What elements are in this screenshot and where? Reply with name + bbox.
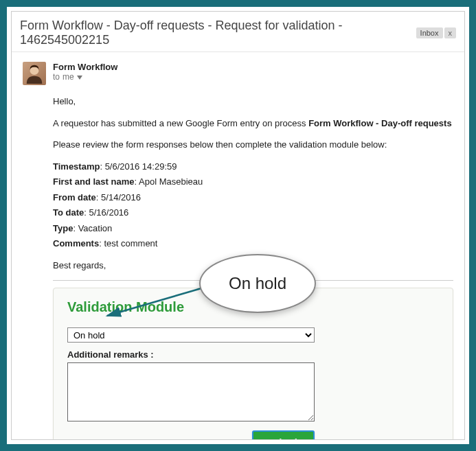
to-prefix: to bbox=[53, 72, 60, 82]
inbox-tag[interactable]: Inbox bbox=[416, 27, 443, 38]
intro-bold: Form Workflow - Day-off requests bbox=[308, 118, 452, 128]
remarks-textarea[interactable] bbox=[67, 362, 315, 421]
resp-label: Type bbox=[53, 223, 73, 233]
sender-row: Form Workflow to me bbox=[23, 62, 453, 85]
resp-value: 5/6/2016 14:29:59 bbox=[105, 161, 177, 172]
email-body: Form Workflow to me Hello, A requestor h… bbox=[12, 52, 464, 440]
recipient-line[interactable]: to me bbox=[53, 72, 453, 82]
resp-label: Timestamp bbox=[53, 161, 100, 172]
resp-value: Vacation bbox=[78, 223, 113, 233]
intro-pre: A requestor has submitted a new Google F… bbox=[53, 118, 308, 128]
submit-button[interactable]: Submit bbox=[252, 430, 315, 440]
resp-label: From date bbox=[53, 192, 96, 203]
window-frame: Form Workflow - Day-off requests - Reque… bbox=[0, 0, 476, 451]
signoff-text: Best regards, bbox=[53, 259, 453, 273]
message-content: Hello, A requestor has submitted a new G… bbox=[53, 95, 453, 281]
email-subject: Form Workflow - Day-off requests - Reque… bbox=[20, 19, 412, 47]
resp-timestamp: Timestamp: 5/6/2016 14:29:59 bbox=[53, 160, 453, 174]
sender-info: Form Workflow to me bbox=[53, 62, 453, 82]
resp-label: First and last name bbox=[53, 176, 134, 187]
email-header: Form Workflow - Day-off requests - Reque… bbox=[12, 12, 464, 52]
resp-value: Apol Masebieau bbox=[139, 176, 203, 187]
to-target: me bbox=[63, 72, 74, 82]
divider bbox=[53, 280, 453, 281]
resp-value: 5/14/2016 bbox=[101, 192, 141, 203]
resp-value: 5/16/2016 bbox=[89, 207, 129, 218]
resp-type: Type: Vacation bbox=[53, 222, 453, 235]
status-select[interactable]: On hold bbox=[67, 327, 315, 343]
resp-comments: Comments: test comment bbox=[53, 237, 453, 251]
submit-row: Submit bbox=[67, 430, 315, 440]
resp-value: test comment bbox=[104, 238, 157, 248]
avatar bbox=[23, 62, 46, 85]
validation-module: Validation Module On hold Additional rem… bbox=[53, 288, 453, 440]
module-title: Validation Module bbox=[67, 299, 439, 315]
review-text: Please review the form responses below t… bbox=[53, 138, 453, 152]
resp-label: Comments bbox=[53, 238, 99, 248]
resp-from: From date: 5/14/2016 bbox=[53, 191, 453, 205]
inbox-remove-button[interactable]: x bbox=[444, 27, 457, 38]
status-row: On hold bbox=[67, 327, 439, 343]
resp-name: First and last name: Apol Masebieau bbox=[53, 175, 453, 189]
resp-to: To date: 5/16/2016 bbox=[53, 206, 453, 220]
avatar-person-icon bbox=[24, 63, 45, 84]
greeting-text: Hello, bbox=[53, 95, 453, 108]
sender-name: Form Workflow bbox=[53, 62, 453, 72]
response-list: Timestamp: 5/6/2016 14:29:59 First and l… bbox=[53, 160, 453, 251]
resp-label: To date bbox=[53, 207, 84, 218]
chevron-down-icon[interactable] bbox=[77, 72, 82, 82]
intro-text: A requestor has submitted a new Google F… bbox=[53, 117, 453, 130]
remarks-label: Additional remarks : bbox=[67, 349, 439, 360]
email-viewport: Form Workflow - Day-off requests - Reque… bbox=[11, 11, 465, 440]
